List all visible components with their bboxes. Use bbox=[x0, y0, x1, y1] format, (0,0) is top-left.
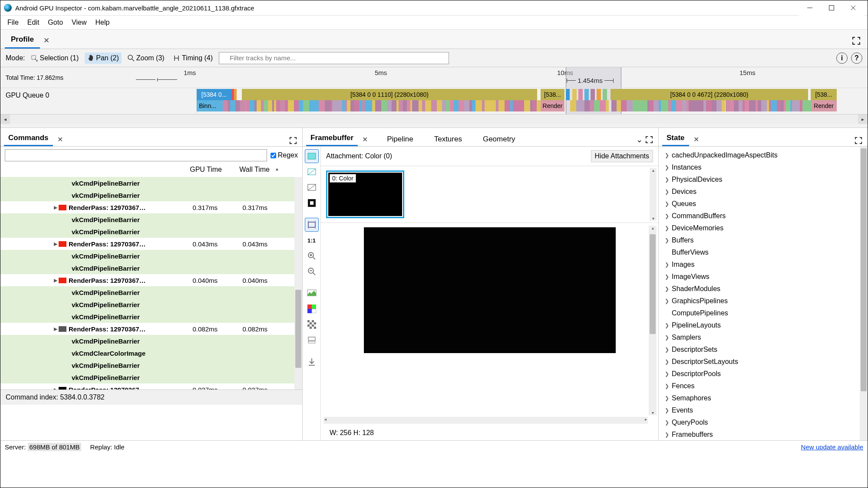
gpu-slice[interactable] bbox=[527, 100, 531, 111]
gpu-slice[interactable] bbox=[661, 100, 664, 111]
gpu-slice[interactable] bbox=[518, 100, 524, 111]
tab-state[interactable]: State bbox=[662, 130, 689, 146]
gpu-slice[interactable] bbox=[350, 100, 354, 111]
state-vscrollbar[interactable] bbox=[860, 147, 868, 440]
fb-tool-channels-icon[interactable] bbox=[305, 302, 319, 316]
menu-file[interactable]: File bbox=[4, 17, 22, 28]
close-button[interactable] bbox=[842, 0, 864, 16]
gpu-slice[interactable] bbox=[792, 100, 798, 111]
state-item[interactable]: ❯Buffers bbox=[661, 234, 868, 246]
gpu-slice[interactable] bbox=[477, 100, 482, 111]
fb-vscroll-thumb[interactable] bbox=[650, 234, 656, 334]
state-item[interactable]: ❯QueryPools bbox=[661, 416, 868, 429]
tab-profile[interactable]: Profile bbox=[5, 31, 40, 49]
state-item[interactable]: ComputePipelines bbox=[661, 307, 868, 319]
gpu-slice[interactable] bbox=[399, 100, 403, 111]
tab-pipeline[interactable]: Pipeline bbox=[383, 131, 418, 146]
gpu-slice[interactable] bbox=[446, 100, 450, 111]
gpu-slice[interactable] bbox=[407, 100, 410, 111]
gpu-slice[interactable] bbox=[485, 100, 490, 111]
commands-fullscreen-icon[interactable] bbox=[287, 135, 299, 146]
attachment-thumbnail[interactable]: 0: Color bbox=[326, 170, 404, 218]
gpu-slice[interactable] bbox=[230, 100, 235, 111]
tab-framebuffer[interactable]: Framebuffer bbox=[306, 130, 358, 146]
gpu-slice[interactable] bbox=[771, 100, 775, 111]
table-row[interactable]: vkCmdPipelineBarrier bbox=[0, 177, 302, 189]
gpu-slice[interactable] bbox=[354, 100, 359, 111]
gpu-slice[interactable] bbox=[682, 100, 686, 111]
gpu-slice[interactable] bbox=[600, 100, 606, 111]
gpu-slice[interactable] bbox=[712, 100, 715, 111]
fb-tool-overlay-icon[interactable] bbox=[305, 180, 319, 194]
mode-selection[interactable]: Selection (1) bbox=[28, 52, 81, 64]
gpu-slice[interactable] bbox=[780, 100, 784, 111]
chevron-down-icon[interactable]: ⌄ bbox=[636, 135, 643, 144]
gpu-slice[interactable] bbox=[576, 100, 582, 111]
gpu-slice[interactable] bbox=[288, 100, 294, 111]
tab-commands-close[interactable]: ✕ bbox=[55, 132, 66, 146]
gpu-slice[interactable] bbox=[387, 100, 392, 111]
gpu-slice[interactable] bbox=[240, 100, 245, 111]
gpu-slice[interactable] bbox=[419, 100, 422, 111]
gpu-slice[interactable] bbox=[422, 100, 426, 111]
table-row[interactable]: vkCmdPipelineBarrier bbox=[0, 226, 302, 238]
gpu-slice[interactable] bbox=[594, 100, 600, 111]
filter-tracks-input[interactable] bbox=[219, 52, 449, 64]
state-item[interactable]: ❯ImageViews bbox=[661, 271, 868, 283]
gpu-slice[interactable] bbox=[437, 100, 442, 111]
gpu-slice[interactable] bbox=[309, 100, 313, 111]
state-item[interactable]: ❯cachedUnpackedImageAspectBits bbox=[661, 149, 868, 161]
gpu-block[interactable] bbox=[566, 89, 570, 100]
fb-tool-checker-icon[interactable] bbox=[305, 318, 319, 331]
gpu-slice[interactable] bbox=[584, 89, 589, 100]
state-item[interactable]: ❯CommandBuffers bbox=[661, 210, 868, 222]
fb-tool-save-icon[interactable] bbox=[305, 355, 319, 369]
tab-state-close[interactable]: ✕ bbox=[691, 132, 702, 146]
gpu-slice[interactable] bbox=[332, 100, 337, 111]
state-tree[interactable]: ❯cachedUnpackedImageAspectBits❯Instances… bbox=[659, 147, 868, 440]
expand-icon[interactable]: ▶ bbox=[53, 326, 59, 332]
gpu-slice[interactable] bbox=[321, 100, 325, 111]
table-row[interactable]: vkCmdPipelineBarrier bbox=[0, 250, 302, 262]
regex-checkbox-label[interactable]: Regex bbox=[271, 151, 298, 159]
table-row[interactable]: vkCmdPipelineBarrier bbox=[0, 311, 302, 323]
help-icon[interactable]: ? bbox=[851, 52, 862, 64]
scroll-left-button[interactable]: ◂ bbox=[0, 115, 10, 124]
gpu-slice[interactable] bbox=[642, 100, 647, 111]
state-item[interactable]: ❯DescriptorSets bbox=[661, 344, 868, 356]
state-item[interactable]: ❯DescriptorSetLayouts bbox=[661, 356, 868, 368]
gpu-slice[interactable] bbox=[676, 100, 682, 111]
gpu-slice[interactable] bbox=[313, 100, 319, 111]
gpu-slice[interactable] bbox=[431, 100, 435, 111]
framebuffer-fullscreen-icon[interactable] bbox=[645, 136, 653, 144]
gpu-slice[interactable] bbox=[606, 100, 609, 111]
gpu-slice[interactable] bbox=[425, 100, 431, 111]
info-icon[interactable]: i bbox=[836, 52, 848, 64]
fb-tool-zoom-out-icon[interactable] bbox=[305, 265, 319, 278]
gpu-slice[interactable] bbox=[450, 100, 454, 111]
gpu-slice[interactable] bbox=[285, 100, 288, 111]
expand-icon[interactable]: ▶ bbox=[53, 387, 59, 390]
gpu-slice[interactable] bbox=[392, 100, 396, 111]
gpu-slice[interactable] bbox=[505, 100, 511, 111]
state-item[interactable]: ❯Semaphores bbox=[661, 392, 868, 404]
gpu-slice[interactable] bbox=[761, 100, 767, 111]
gpu-slice[interactable] bbox=[730, 100, 734, 111]
gpu-slice[interactable] bbox=[375, 100, 381, 111]
update-link[interactable]: New update available bbox=[801, 443, 863, 451]
gpu-slice[interactable] bbox=[668, 100, 672, 111]
table-row[interactable]: ▶RenderPass: 12970367…0.040ms0.040ms bbox=[0, 274, 302, 286]
gpu-slice[interactable] bbox=[807, 100, 812, 111]
gpu-slice[interactable] bbox=[621, 100, 627, 111]
state-item[interactable]: ❯ShaderModules bbox=[661, 283, 868, 295]
state-item[interactable]: ❯Framebuffers bbox=[661, 429, 868, 440]
gpu-slice[interactable] bbox=[412, 100, 417, 111]
table-row[interactable]: ▶RenderPass: 12970367…0.317ms0.317ms bbox=[0, 201, 302, 213]
state-fullscreen-icon[interactable] bbox=[853, 135, 864, 146]
gpu-slice[interactable] bbox=[758, 100, 761, 111]
gpu-slice[interactable] bbox=[490, 100, 493, 111]
table-row[interactable]: vkCmdPipelineBarrier bbox=[0, 213, 302, 226]
commands-vscrollbar[interactable] bbox=[294, 177, 302, 390]
gpu-slice[interactable] bbox=[570, 100, 576, 111]
state-item[interactable]: ❯Devices bbox=[661, 186, 868, 198]
